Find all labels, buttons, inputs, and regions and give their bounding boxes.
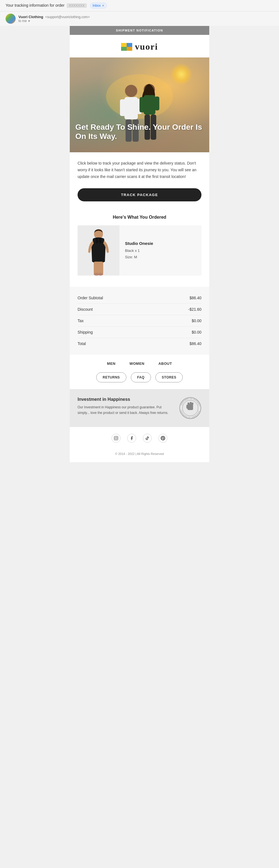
- svg-rect-13: [140, 97, 145, 113]
- svg-rect-0: [121, 43, 127, 47]
- product-color: Black x 1: [125, 247, 196, 254]
- investment-text: Investment in Happiness Our Investment i…: [78, 397, 174, 415]
- stores-button[interactable]: STORES: [155, 372, 183, 382]
- sender-name: Vuori Clothing <support@vuoriclothing.co…: [19, 15, 273, 19]
- nav-link-women[interactable]: WOMEN: [129, 362, 145, 366]
- hero-image-section: Get Ready To Shine. Your Order Is On Its…: [70, 58, 209, 152]
- svg-rect-19: [96, 238, 98, 243]
- product-details: Studio Onesie Black x 1 Size: M: [119, 236, 202, 266]
- hero-headline: Get Ready To Shine. Your Order Is On Its…: [75, 122, 204, 141]
- svg-rect-29: [190, 402, 192, 405]
- svg-rect-7: [120, 99, 126, 116]
- svg-rect-30: [192, 402, 193, 405]
- svg-rect-31: [186, 405, 188, 409]
- product-image-container: [78, 225, 119, 276]
- footer-copyright: © 2014 - 2022 | All Rights Reserved: [115, 452, 164, 456]
- body-text: Click below to track your package and vi…: [78, 160, 202, 180]
- sender-avatar: [6, 14, 16, 24]
- returns-button[interactable]: RETURNS: [96, 372, 126, 382]
- vuori-flag-icon: [121, 43, 132, 51]
- svg-rect-3: [127, 47, 132, 51]
- logo-section: vuori: [70, 35, 209, 58]
- social-section: [70, 427, 209, 450]
- investment-section: Investment in Happiness Our Investment i…: [70, 389, 209, 427]
- order-summary: Order Subtotal $86.40 Discount -$21.60 T…: [70, 287, 209, 355]
- inbox-badge[interactable]: Inbox ✕: [90, 3, 107, 8]
- hero-text-overlay: Get Ready To Shine. Your Order Is On Its…: [75, 122, 204, 141]
- investment-title: Investment in Happiness: [78, 397, 174, 402]
- email-body-wrapper: SHIPMENT NOTIFICATION vuori: [0, 26, 279, 462]
- svg-rect-34: [114, 436, 118, 440]
- svg-rect-6: [124, 97, 138, 119]
- order-section-title: Here's What You Ordered: [78, 215, 202, 220]
- product-item: Studio Onesie Black x 1 Size: M: [78, 225, 202, 276]
- svg-rect-22: [98, 261, 103, 274]
- shipment-header: SHIPMENT NOTIFICATION: [70, 26, 209, 35]
- instagram-icon[interactable]: [112, 434, 121, 443]
- tiktok-icon[interactable]: [143, 434, 152, 443]
- svg-rect-20: [99, 238, 101, 243]
- faq-button[interactable]: FAQ: [131, 372, 151, 382]
- pinterest-icon[interactable]: [158, 434, 167, 443]
- summary-row-discount: Discount -$21.60: [78, 304, 202, 315]
- email-content: SHIPMENT NOTIFICATION vuori: [70, 26, 209, 462]
- svg-rect-2: [121, 47, 127, 51]
- logo-container: vuori: [121, 41, 158, 52]
- svg-rect-28: [187, 402, 189, 405]
- svg-point-5: [125, 85, 137, 97]
- investment-description: Our Investment in Happiness our product …: [78, 405, 174, 415]
- email-client-wrapper: Your tracking information for order XXXX…: [0, 0, 279, 26]
- sender-to-me[interactable]: to me ▼: [19, 19, 273, 23]
- svg-text:INVESTMENT • IN • HAPPINESS •: INVESTMENT • IN • HAPPINESS •: [180, 409, 200, 418]
- email-header-bar: Your tracking information for order XXXX…: [0, 0, 279, 11]
- facebook-icon[interactable]: [127, 434, 136, 443]
- summary-row-total: Total $86.40: [78, 338, 202, 349]
- product-image: [78, 225, 119, 276]
- body-text-section: Click below to track your package and vi…: [70, 152, 209, 185]
- action-buttons-section: RETURNS FAQ STORES: [70, 372, 209, 389]
- email-subject: Your tracking information for order XXXX…: [6, 3, 273, 8]
- nav-link-men[interactable]: MEN: [107, 362, 116, 366]
- svg-point-24: [98, 273, 103, 276]
- sender-row: Vuori Clothing <support@vuoriclothing.co…: [0, 11, 279, 26]
- nav-section: MEN WOMEN ABOUT: [70, 355, 209, 372]
- order-section: Here's What You Ordered: [70, 209, 209, 287]
- summary-row-tax: Tax $0.00: [78, 315, 202, 327]
- svg-rect-12: [144, 95, 155, 115]
- track-button-section[interactable]: TRACK PACKAGE: [70, 185, 209, 209]
- svg-rect-1: [127, 43, 132, 47]
- sender-info: Vuori Clothing <support@vuoriclothing.co…: [19, 15, 273, 23]
- summary-row-shipping: Shipping $0.00: [78, 327, 202, 338]
- footer-section: © 2014 - 2022 | All Rights Reserved: [70, 450, 209, 462]
- investment-badge-icon: INVESTMENT • IN • HAPPINESS • INVESTMENT…: [179, 397, 202, 419]
- product-name: Studio Onesie: [125, 241, 196, 246]
- brand-logo-text: vuori: [135, 41, 158, 52]
- nav-link-about[interactable]: ABOUT: [158, 362, 172, 366]
- track-package-button[interactable]: TRACK PACKAGE: [78, 188, 202, 202]
- svg-point-35: [115, 437, 117, 439]
- product-size: Size: M: [125, 254, 196, 260]
- svg-rect-14: [155, 96, 159, 111]
- inbox-badge-close[interactable]: ✕: [102, 4, 104, 7]
- svg-point-36: [117, 437, 117, 437]
- summary-row-subtotal: Order Subtotal $86.40: [78, 292, 202, 304]
